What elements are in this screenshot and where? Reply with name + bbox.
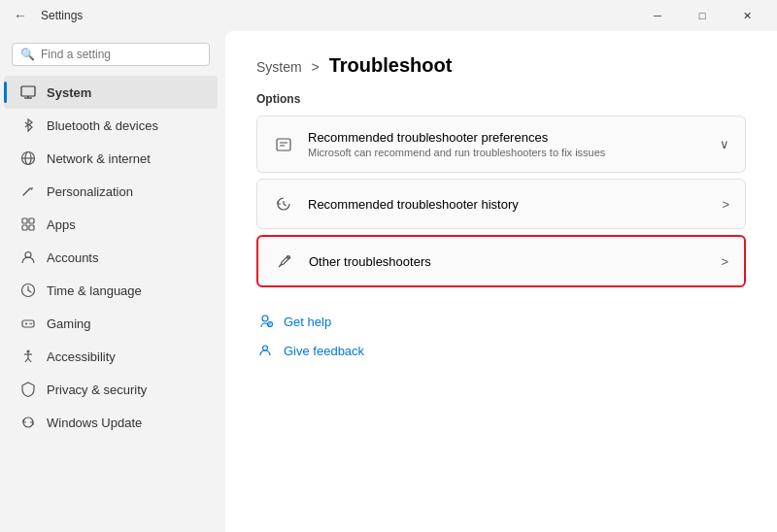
bluetooth-icon [19, 116, 37, 134]
sidebar-item-label-accounts: Accounts [47, 250, 98, 265]
svg-line-14 [28, 290, 31, 292]
sidebar-item-system[interactable]: System [4, 76, 218, 109]
sidebar-item-accounts[interactable]: Accounts [4, 241, 218, 274]
breadcrumb-separator: > [312, 59, 320, 75]
option-label-recommended-history: Recommended troubleshooter history [308, 197, 708, 212]
svg-point-35 [270, 325, 271, 326]
other-troubleshooters-chevron-icon: > [721, 254, 728, 269]
privacy-icon [19, 381, 37, 398]
sidebar-item-label-system: System [47, 85, 91, 100]
sidebar-item-update[interactable]: Windows Update [4, 406, 218, 439]
help-link-label-give-feedback: Give feedback [284, 344, 364, 358]
gaming-icon [19, 315, 37, 332]
minimize-button[interactable]: ─ [635, 0, 680, 31]
titlebar-left: ← Settings [8, 6, 83, 25]
sidebar-item-time[interactable]: Time & language [4, 274, 218, 307]
recommended-history-chevron-icon: > [722, 197, 729, 212]
close-button[interactable]: ✕ [725, 0, 769, 31]
svg-point-36 [263, 346, 268, 350]
breadcrumb: System > Troubleshoot [256, 54, 746, 77]
help-link-label-get-help: Get help [284, 315, 331, 329]
sidebar-item-label-update: Windows Update [47, 416, 142, 430]
time-icon [19, 282, 37, 299]
recommended-history-icon [273, 193, 294, 215]
sidebar-items-container: SystemBluetooth & devicesNetwork & inter… [0, 76, 221, 439]
sidebar-item-label-personalization: Personalization [47, 184, 133, 199]
breadcrumb-parent: System [256, 59, 302, 75]
svg-line-23 [25, 358, 28, 362]
option-card-recommended-history[interactable]: Recommended troubleshooter history> [256, 179, 746, 229]
sidebar-item-label-time: Time & language [47, 283, 142, 298]
accounts-icon [19, 249, 37, 266]
sidebar-item-bluetooth[interactable]: Bluetooth & devices [4, 109, 218, 142]
titlebar-title: Settings [41, 9, 83, 22]
svg-rect-8 [29, 218, 34, 223]
system-icon [19, 83, 37, 101]
personalization-icon [19, 183, 37, 200]
sidebar-item-apps[interactable]: Apps [4, 208, 218, 241]
maximize-button[interactable]: □ [680, 0, 725, 31]
svg-point-20 [27, 350, 30, 353]
option-sublabel-recommended-prefs: Microsoft can recommend and run troubles… [308, 147, 706, 158]
option-card-recommended-prefs[interactable]: Recommended troubleshooter preferencesMi… [256, 116, 746, 173]
network-icon [19, 150, 37, 167]
sidebar-item-label-privacy: Privacy & security [47, 382, 147, 397]
svg-rect-9 [22, 225, 27, 230]
back-button[interactable]: ← [8, 6, 33, 25]
recommended-prefs-icon [273, 134, 294, 155]
accessibility-icon [19, 348, 37, 365]
help-section: Get helpGive feedback [256, 307, 746, 365]
help-link-give-feedback[interactable]: Give feedback [256, 336, 746, 365]
app-body: 🔍 SystemBluetooth & devicesNetwork & int… [0, 31, 777, 532]
search-input[interactable] [41, 48, 201, 61]
update-icon [19, 414, 37, 431]
sidebar-item-label-accessibility: Accessibility [47, 349, 116, 364]
svg-rect-25 [277, 139, 290, 150]
svg-point-19 [31, 323, 32, 324]
svg-rect-15 [22, 320, 34, 327]
svg-point-32 [262, 316, 268, 321]
recommended-prefs-chevron-icon: ∨ [720, 137, 729, 151]
svg-point-18 [29, 323, 30, 324]
sidebar: 🔍 SystemBluetooth & devicesNetwork & int… [0, 31, 221, 532]
svg-rect-0 [21, 86, 35, 96]
sidebar-item-accessibility[interactable]: Accessibility [4, 340, 218, 373]
options-container: Recommended troubleshooter preferencesMi… [256, 116, 746, 287]
sidebar-item-privacy[interactable]: Privacy & security [4, 373, 218, 406]
svg-line-29 [284, 204, 287, 206]
svg-rect-7 [22, 218, 27, 223]
svg-rect-10 [29, 225, 34, 230]
option-label-other-troubleshooters: Other troubleshooters [309, 254, 707, 269]
sidebar-item-gaming[interactable]: Gaming [4, 307, 218, 340]
sidebar-item-label-bluetooth: Bluetooth & devices [47, 118, 158, 133]
option-card-other-troubleshooters[interactable]: Other troubleshooters> [256, 235, 746, 287]
sidebar-item-label-gaming: Gaming [47, 316, 91, 331]
svg-line-6 [23, 188, 30, 195]
sidebar-item-label-apps: Apps [47, 217, 76, 232]
get-help-icon [256, 313, 274, 330]
apps-icon [19, 216, 37, 233]
sidebar-item-personalization[interactable]: Personalization [4, 175, 218, 208]
breadcrumb-current: Troubleshoot [329, 54, 453, 76]
main-content: System > Troubleshoot Options Recommende… [225, 31, 777, 532]
give-feedback-icon [256, 342, 274, 359]
section-title: Options [256, 92, 746, 106]
titlebar: ← Settings ─ □ ✕ [0, 0, 777, 31]
svg-line-31 [279, 264, 282, 267]
option-label-recommended-prefs: Recommended troubleshooter preferences [308, 130, 706, 145]
help-link-get-help[interactable]: Get help [256, 307, 746, 336]
other-troubleshooters-icon [274, 250, 295, 272]
titlebar-controls: ─ □ ✕ [635, 0, 769, 31]
search-box[interactable]: 🔍 [12, 43, 210, 66]
sidebar-item-network[interactable]: Network & internet [4, 142, 218, 175]
search-icon: 🔍 [20, 48, 35, 61]
svg-line-24 [28, 358, 31, 362]
sidebar-item-label-network: Network & internet [47, 151, 151, 166]
